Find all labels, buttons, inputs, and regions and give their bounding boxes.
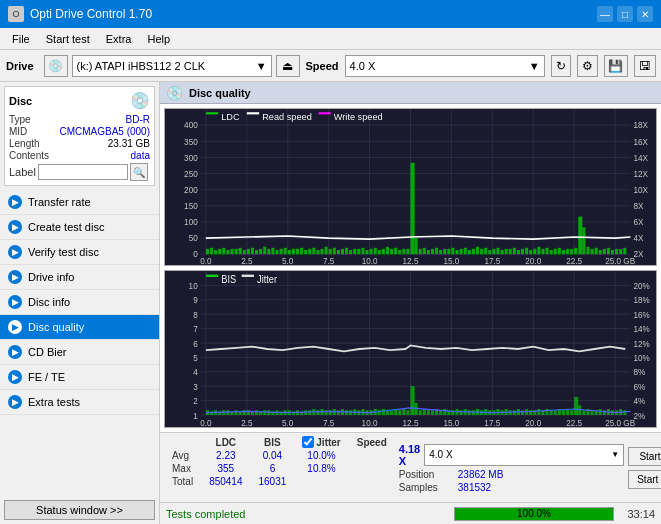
save-button[interactable]: 🖫 — [634, 55, 656, 77]
status-window-button[interactable]: Status window >> — [4, 500, 155, 520]
svg-rect-255 — [382, 409, 385, 415]
sidebar-item-fe-te[interactable]: ▶ FE / TE — [0, 365, 159, 390]
svg-text:22.5: 22.5 — [566, 417, 582, 427]
svg-rect-98 — [402, 249, 405, 254]
position-label: Position — [399, 469, 454, 480]
sidebar-item-disc-quality[interactable]: ▶ Disc quality — [0, 315, 159, 340]
eject-button[interactable]: ⏏ — [276, 55, 300, 77]
start-part-button[interactable]: Start part — [628, 470, 661, 489]
svg-text:200: 200 — [184, 185, 198, 195]
app-title: Opti Drive Control 1.70 — [30, 7, 152, 21]
menu-extra[interactable]: Extra — [98, 32, 140, 46]
jitter-checkbox[interactable] — [302, 436, 314, 448]
disc-button[interactable]: 💾 — [604, 55, 628, 77]
label-search-button[interactable]: 🔍 — [130, 163, 148, 181]
sidebar-item-disc-info[interactable]: ▶ Disc info — [0, 290, 159, 315]
svg-text:0: 0 — [193, 249, 198, 259]
svg-rect-73 — [300, 248, 303, 254]
svg-rect-109 — [447, 249, 450, 254]
sidebar-item-create-test-disc[interactable]: ▶ Create test disc — [0, 215, 159, 240]
disc-label-input[interactable] — [38, 164, 128, 180]
sidebar-item-extra-tests[interactable]: ▶ Extra tests — [0, 390, 159, 415]
stats-col-speed: Speed — [349, 435, 395, 449]
svg-rect-87 — [357, 249, 360, 254]
app-icon: O — [8, 6, 24, 22]
svg-rect-72 — [296, 249, 299, 254]
ldc-chart-svg: 400 350 300 250 200 150 100 50 0 18X 16X — [165, 109, 656, 265]
svg-rect-75 — [308, 249, 311, 254]
svg-rect-274 — [460, 410, 463, 415]
samples-value: 381532 — [458, 482, 508, 493]
svg-text:12.5: 12.5 — [403, 256, 419, 265]
svg-text:BIS: BIS — [221, 273, 236, 285]
svg-text:150: 150 — [184, 201, 198, 211]
svg-text:0.0: 0.0 — [200, 256, 212, 265]
drive-dropdown[interactable]: (k:) ATAPI iHBS112 2 CLK ▼ — [72, 55, 272, 77]
svg-rect-260 — [402, 409, 405, 415]
svg-rect-95 — [390, 249, 393, 254]
svg-rect-108 — [443, 249, 446, 254]
svg-rect-77 — [316, 250, 319, 254]
svg-rect-121 — [496, 248, 499, 254]
svg-rect-139 — [570, 249, 573, 254]
maximize-button[interactable]: □ — [617, 6, 633, 22]
max-bis: 6 — [251, 462, 295, 475]
close-button[interactable]: ✕ — [637, 6, 653, 22]
sidebar-item-drive-info[interactable]: ▶ Drive info — [0, 265, 159, 290]
svg-rect-65 — [267, 249, 270, 254]
svg-rect-314 — [623, 410, 626, 415]
stats-table: LDC BIS Jitter Speed — [164, 435, 395, 500]
svg-text:5.0: 5.0 — [282, 256, 294, 265]
main-content: 💿 Disc quality — [160, 82, 661, 524]
sidebar-item-cd-bier[interactable]: ▶ CD Bier — [0, 340, 159, 365]
svg-text:20.0: 20.0 — [525, 417, 541, 427]
cd-bier-icon: ▶ — [8, 345, 22, 359]
svg-text:2.5: 2.5 — [241, 256, 253, 265]
svg-rect-107 — [439, 250, 442, 254]
speed-dropdown[interactable]: 4.0 X ▼ — [345, 55, 545, 77]
svg-rect-153 — [206, 112, 218, 114]
svg-rect-226 — [263, 410, 266, 415]
total-label: Total — [164, 475, 201, 488]
svg-rect-257 — [390, 410, 393, 415]
svg-rect-62 — [255, 250, 258, 254]
start-full-button[interactable]: Start full — [628, 447, 661, 466]
menu-start-test[interactable]: Start test — [38, 32, 98, 46]
svg-text:8%: 8% — [633, 367, 645, 378]
svg-rect-110 — [451, 248, 454, 254]
svg-rect-63 — [259, 249, 262, 254]
settings-button[interactable]: ⚙ — [577, 55, 598, 77]
speed-select-dropdown[interactable]: 4.0 X ▼ — [424, 444, 624, 466]
svg-text:25.0 GB: 25.0 GB — [605, 256, 635, 265]
refresh-button[interactable]: ↻ — [551, 55, 571, 77]
svg-rect-142 — [582, 227, 585, 254]
svg-text:6X: 6X — [633, 217, 643, 227]
svg-text:14%: 14% — [633, 324, 649, 335]
svg-rect-149 — [611, 250, 614, 254]
sidebar-item-transfer-rate[interactable]: ▶ Transfer rate — [0, 190, 159, 215]
svg-rect-102 — [419, 249, 422, 254]
length-value: 23.31 GB — [108, 138, 150, 149]
svg-rect-303 — [578, 405, 581, 415]
svg-rect-262 — [411, 386, 415, 415]
disc-panel-icon: 💿 — [130, 91, 150, 110]
svg-rect-267 — [431, 410, 434, 415]
svg-rect-304 — [582, 410, 585, 415]
minimize-button[interactable]: — — [597, 6, 613, 22]
svg-rect-103 — [423, 248, 426, 254]
svg-rect-92 — [378, 250, 381, 254]
svg-text:Read speed: Read speed — [262, 111, 312, 122]
svg-rect-91 — [374, 248, 377, 254]
sidebar-item-verify-test-disc[interactable]: ▶ Verify test disc — [0, 240, 159, 265]
svg-text:14X: 14X — [633, 152, 648, 162]
svg-rect-317 — [242, 275, 254, 277]
menu-help[interactable]: Help — [139, 32, 178, 46]
menu-file[interactable]: File — [4, 32, 38, 46]
svg-text:18X: 18X — [633, 120, 648, 130]
svg-text:5: 5 — [193, 352, 198, 363]
time-display: 33:14 — [620, 508, 655, 520]
svg-text:25.0 GB: 25.0 GB — [605, 417, 635, 427]
create-test-disc-icon: ▶ — [8, 220, 22, 234]
svg-rect-145 — [595, 248, 598, 254]
svg-rect-119 — [488, 250, 491, 254]
